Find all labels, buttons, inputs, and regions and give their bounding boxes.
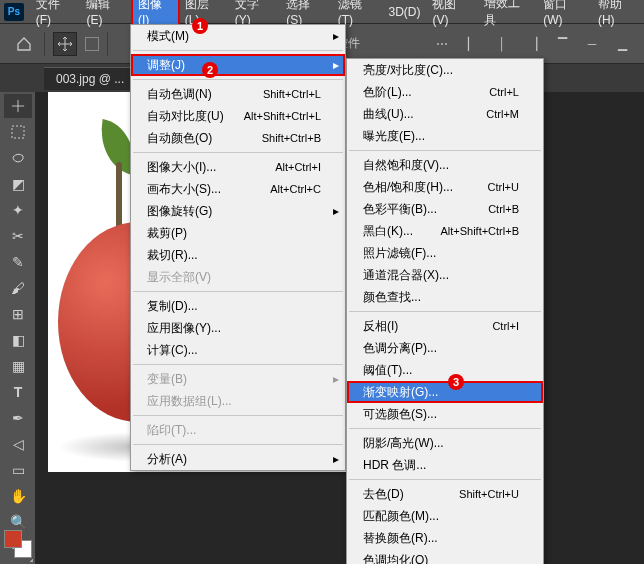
- annotation-badge-1: 1: [192, 18, 208, 34]
- menu-exposure[interactable]: 曝光度(E)...: [347, 125, 543, 147]
- separator: [133, 444, 343, 445]
- separator: [349, 479, 541, 480]
- separator: [107, 32, 108, 56]
- menu-image-rotation[interactable]: 图像旋转(G)▸: [131, 200, 345, 222]
- adjustments-submenu: 亮度/对比度(C)... 色阶(L)...Ctrl+L 曲线(U)...Ctrl…: [346, 58, 544, 564]
- menu-levels[interactable]: 色阶(L)...Ctrl+L: [347, 81, 543, 103]
- menu-match-color[interactable]: 匹配颜色(M)...: [347, 505, 543, 527]
- separator: [133, 79, 343, 80]
- separator: [133, 152, 343, 153]
- submenu-arrow-icon: ▸: [333, 58, 339, 72]
- menu-color-lookup[interactable]: 颜色查找...: [347, 286, 543, 308]
- menu-analysis[interactable]: 分析(A)▸: [131, 448, 345, 470]
- menu-auto-tone[interactable]: 自动色调(N)Shift+Ctrl+L: [131, 83, 345, 105]
- align-top-icon[interactable]: ▔: [550, 32, 574, 56]
- separator: [349, 150, 541, 151]
- menu-shadows-highlights[interactable]: 阴影/高光(W)...: [347, 432, 543, 454]
- menu-posterize[interactable]: 色调分离(P)...: [347, 337, 543, 359]
- menu-desaturate[interactable]: 去色(D)Shift+Ctrl+U: [347, 483, 543, 505]
- type-tool[interactable]: T: [4, 380, 32, 404]
- align-mid-icon[interactable]: ─: [580, 32, 604, 56]
- menu-3d[interactable]: 3D(D): [382, 2, 426, 22]
- menu-curves[interactable]: 曲线(U)...Ctrl+M: [347, 103, 543, 125]
- menu-photo-filter[interactable]: 照片滤镜(F)...: [347, 242, 543, 264]
- annotation-badge-2: 2: [202, 62, 218, 78]
- menu-auto-contrast[interactable]: 自动对比度(U)Alt+Shift+Ctrl+L: [131, 105, 345, 127]
- separator: [133, 364, 343, 365]
- menu-canvas-size[interactable]: 画布大小(S)...Alt+Ctrl+C: [131, 178, 345, 200]
- svg-rect-0: [12, 126, 24, 138]
- fg-color-swatch[interactable]: [4, 530, 22, 548]
- stamp-tool[interactable]: ⊞: [4, 302, 32, 326]
- menu-duplicate[interactable]: 复制(D)...: [131, 295, 345, 317]
- brush-tool[interactable]: 🖌: [4, 276, 32, 300]
- menu-mode[interactable]: 模式(M)▸: [131, 25, 345, 47]
- move-icon[interactable]: [53, 32, 77, 56]
- menu-help[interactable]: 帮助(H): [592, 0, 644, 30]
- separator: [44, 32, 45, 56]
- lasso-tool[interactable]: [4, 146, 32, 170]
- selection-tool[interactable]: ◩: [4, 172, 32, 196]
- eraser-tool[interactable]: ◧: [4, 328, 32, 352]
- image-menu-dropdown: 模式(M)▸ 调整(J)▸ 自动色调(N)Shift+Ctrl+L 自动对比度(…: [130, 24, 346, 471]
- menu-apply-image[interactable]: 应用图像(Y)...: [131, 317, 345, 339]
- menu-selective-color[interactable]: 可选颜色(S)...: [347, 403, 543, 425]
- path-tool[interactable]: ◁: [4, 432, 32, 456]
- menu-equalize[interactable]: 色调均化(Q): [347, 549, 543, 564]
- menu-crop[interactable]: 裁剪(P): [131, 222, 345, 244]
- separator: [133, 50, 343, 51]
- menu-vibrance[interactable]: 自然饱和度(V)...: [347, 154, 543, 176]
- submenu-arrow-icon: ▸: [333, 452, 339, 466]
- gradient-tool[interactable]: ▦: [4, 354, 32, 378]
- separator: [133, 415, 343, 416]
- menu-reveal-all: 显示全部(V): [131, 266, 345, 288]
- pen-tool[interactable]: ✒: [4, 406, 32, 430]
- menu-auto-color[interactable]: 自动颜色(O)Shift+Ctrl+B: [131, 127, 345, 149]
- menu-image-size[interactable]: 图像大小(I)...Alt+Ctrl+I: [131, 156, 345, 178]
- wand-tool[interactable]: ✦: [4, 198, 32, 222]
- 3dmode-icon[interactable]: ⋯: [430, 32, 454, 56]
- menu-file[interactable]: 文件(F): [30, 0, 81, 30]
- app-logo: Ps: [4, 3, 24, 21]
- document-tab[interactable]: 003.jpg @ ...: [44, 67, 136, 90]
- menu-replace-color[interactable]: 替换颜色(R)...: [347, 527, 543, 549]
- separator: [349, 311, 541, 312]
- submenu-arrow-icon: ▸: [333, 29, 339, 43]
- menu-invert[interactable]: 反相(I)Ctrl+I: [347, 315, 543, 337]
- menu-plugins[interactable]: 增效工具: [478, 0, 537, 32]
- separator: [133, 291, 343, 292]
- align-bot-icon[interactable]: ▁: [610, 32, 634, 56]
- crop-tool[interactable]: ✂: [4, 224, 32, 248]
- image-content: [116, 162, 122, 232]
- menu-trap: 陷印(T)...: [131, 419, 345, 441]
- menu-trim[interactable]: 裁切(R)...: [131, 244, 345, 266]
- align-center-icon[interactable]: │: [490, 32, 514, 56]
- home-icon[interactable]: [12, 32, 36, 56]
- menu-edit[interactable]: 编辑(E): [80, 0, 131, 30]
- menu-window[interactable]: 窗口(W): [537, 0, 592, 30]
- marquee-tool[interactable]: [4, 120, 32, 144]
- menu-view[interactable]: 视图(V): [426, 0, 477, 30]
- align-right-icon[interactable]: ▕: [520, 32, 544, 56]
- menu-adjustments[interactable]: 调整(J)▸: [131, 54, 345, 76]
- checkbox[interactable]: [85, 37, 99, 51]
- separator: [349, 428, 541, 429]
- menu-black-white[interactable]: 黑白(K)...Alt+Shift+Ctrl+B: [347, 220, 543, 242]
- menu-brightness-contrast[interactable]: 亮度/对比度(C)...: [347, 59, 543, 81]
- hand-tool[interactable]: ✋: [4, 484, 32, 508]
- submenu-arrow-icon: ▸: [333, 372, 339, 386]
- color-swatch[interactable]: [4, 530, 32, 558]
- menu-hdr-toning[interactable]: HDR 色调...: [347, 454, 543, 476]
- menu-channel-mixer[interactable]: 通道混合器(X)...: [347, 264, 543, 286]
- menu-threshold[interactable]: 阈值(T)...: [347, 359, 543, 381]
- eyedropper-tool[interactable]: ✎: [4, 250, 32, 274]
- move-tool[interactable]: [4, 94, 32, 118]
- align-left-icon[interactable]: ▏: [460, 32, 484, 56]
- shape-tool[interactable]: ▭: [4, 458, 32, 482]
- menu-calculations[interactable]: 计算(C)...: [131, 339, 345, 361]
- menu-hue-saturation[interactable]: 色相/饱和度(H)...Ctrl+U: [347, 176, 543, 198]
- menu-gradient-map[interactable]: 渐变映射(G)...: [347, 381, 543, 403]
- menu-apply-dataset: 应用数据组(L)...: [131, 390, 345, 412]
- menu-color-balance[interactable]: 色彩平衡(B)...Ctrl+B: [347, 198, 543, 220]
- submenu-arrow-icon: ▸: [333, 204, 339, 218]
